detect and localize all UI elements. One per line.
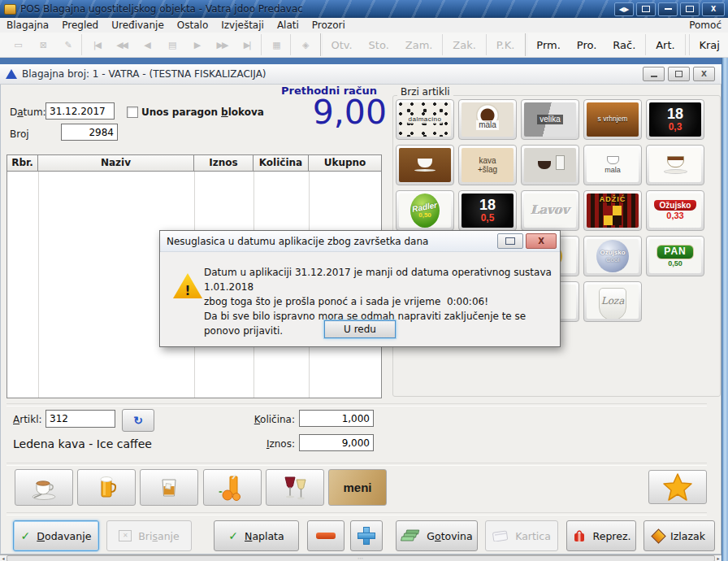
datum-label: Datum: bbox=[10, 107, 46, 118]
dodavanje-button[interactable]: ✓ Dodavanje bbox=[13, 520, 99, 551]
pos-window-controls: X bbox=[643, 67, 722, 81]
menu-item[interactable]: Alati bbox=[271, 20, 306, 31]
meni-label: meni bbox=[343, 481, 371, 494]
toolbar-button-pro[interactable]: Pro. bbox=[569, 39, 605, 51]
toolbar-button-kraj[interactable]: Kraj bbox=[691, 39, 727, 51]
quick-item-kava-slag[interactable]: kava +šlag bbox=[458, 145, 517, 185]
menu-item[interactable]: Uređivanje bbox=[105, 20, 171, 31]
toolbar-button-rac[interactable]: Rač. bbox=[604, 39, 644, 51]
toolbar-item bbox=[486, 34, 487, 55]
quick-item-kava-mala[interactable]: mala bbox=[458, 99, 517, 140]
toolbar-button-otv: Otv. bbox=[323, 39, 360, 51]
section-divider bbox=[6, 512, 707, 515]
quick-item-dalmacino[interactable]: dalmacino bbox=[396, 99, 454, 140]
toolbar-item bbox=[290, 34, 291, 55]
window-pin-icon[interactable]: ◀▶ bbox=[614, 2, 634, 16]
section-divider bbox=[6, 403, 707, 407]
quick-item-ozujsko-033[interactable]: Ožujsko 0,33 bbox=[646, 190, 704, 231]
window-menu-icon[interactable] bbox=[636, 2, 656, 16]
toolbar-button-prm[interactable]: Prm. bbox=[528, 39, 569, 51]
gift-bag-icon bbox=[572, 528, 587, 543]
datum-input[interactable] bbox=[46, 102, 115, 120]
dialog-help-button[interactable] bbox=[497, 233, 523, 249]
artikl-input[interactable] bbox=[46, 410, 115, 428]
prev-record-icon: ◀ bbox=[134, 34, 159, 55]
refresh-article-button[interactable]: ↻ bbox=[122, 409, 154, 432]
table-header-cell: Iznos bbox=[194, 155, 254, 172]
category-spirits-button[interactable] bbox=[140, 469, 198, 506]
menu-item[interactable]: Prozori bbox=[306, 20, 352, 31]
quantity-minus-button[interactable] bbox=[307, 520, 344, 551]
horizontal-scrollbar[interactable]: ◂ ⋯ ▸ bbox=[0, 554, 722, 561]
toolbar-button-zam: Zam. bbox=[397, 39, 441, 51]
brisanje-button: ✕ Brisanje bbox=[106, 520, 192, 551]
pos-restore-button[interactable] bbox=[668, 67, 690, 81]
table-header-row: Rbr.NazivIznosKoličinaUkupno bbox=[7, 155, 381, 172]
broj-input[interactable] bbox=[61, 124, 118, 141]
iznos-label: Iznos: bbox=[248, 438, 295, 450]
scroll-left-arrow-icon[interactable]: ◂ bbox=[0, 555, 6, 561]
category-coffee-button[interactable] bbox=[15, 469, 73, 506]
quick-item-radler[interactable]: Radler 0,50 bbox=[396, 190, 454, 231]
izlazak-button[interactable]: Izlazak bbox=[644, 520, 715, 551]
quick-item-kava-s-vrhnjem[interactable]: s vrhnjem bbox=[583, 99, 642, 140]
pos-window-title: Blagajna broj: 1 - VATRA - (TESTNA FISKA… bbox=[22, 68, 266, 80]
menu-bar: BlagajnaPregledUređivanjeOstaloIzvještaj… bbox=[0, 18, 728, 33]
toolbar-button-art[interactable]: Art. bbox=[648, 39, 682, 51]
quick-item-loza[interactable]: Loza bbox=[583, 281, 642, 322]
minimize-button[interactable] bbox=[658, 2, 678, 16]
fast-next-icon: ▶▶ bbox=[210, 34, 235, 55]
quick-item-lavov[interactable]: Lavov bbox=[521, 190, 579, 231]
quick-item-adzic[interactable]: ADŽIĆ bbox=[583, 190, 642, 231]
ok-button[interactable]: U redu bbox=[324, 320, 396, 338]
pos-close-button[interactable]: X bbox=[693, 67, 715, 81]
gotovina-button[interactable]: Gotovina bbox=[396, 520, 478, 551]
pos-window-icon bbox=[6, 69, 17, 79]
pos-minimize-button[interactable] bbox=[643, 67, 665, 81]
star-icon bbox=[662, 472, 693, 502]
orange-juice-icon bbox=[216, 474, 249, 502]
mdi-background bbox=[0, 58, 722, 64]
quantity-plus-button[interactable] bbox=[350, 520, 383, 551]
favorites-star-button[interactable] bbox=[648, 470, 707, 504]
kolicina-label: Količina: bbox=[248, 414, 295, 425]
toolbar-item bbox=[81, 34, 82, 55]
toolbar-item bbox=[320, 33, 321, 56]
menu-items: BlagajnaPregledUređivanjeOstaloIzvještaj… bbox=[0, 20, 352, 31]
fast-prev-icon: ◀◀ bbox=[109, 34, 134, 55]
quick-item-pan[interactable]: PAN 0,50 bbox=[646, 236, 704, 276]
close-button[interactable]: X bbox=[702, 2, 725, 16]
quick-item-ozujsko-cool[interactable]: Ožujsko Cool bbox=[583, 236, 642, 276]
toolbar-item bbox=[442, 34, 443, 55]
category-juice-button[interactable] bbox=[203, 469, 262, 506]
category-wine-button[interactable] bbox=[266, 469, 324, 506]
quick-item-kava-set[interactable] bbox=[521, 145, 579, 185]
maximize-button[interactable] bbox=[680, 2, 700, 16]
wine-glasses-icon bbox=[279, 474, 311, 502]
category-meni-button[interactable]: meni bbox=[328, 469, 387, 506]
menu-item[interactable]: Blagajna bbox=[0, 20, 55, 31]
quick-item-pivo-18-05[interactable]: 18 0,5 bbox=[458, 190, 517, 231]
scrollbar-thumb[interactable]: ⋯ bbox=[6, 555, 715, 561]
menu-item[interactable]: Pregled bbox=[55, 20, 105, 31]
kolicina-input[interactable] bbox=[299, 410, 374, 427]
quick-item-kava-velika[interactable]: velika bbox=[521, 99, 579, 140]
menu-item-help[interactable]: Pomoć bbox=[682, 20, 728, 31]
paragon-checkbox[interactable] bbox=[127, 107, 138, 118]
article-name: Ledena kava - Ice caffee bbox=[13, 437, 152, 450]
toolbar-item bbox=[689, 34, 690, 55]
iznos-input[interactable] bbox=[299, 434, 374, 451]
naplata-button[interactable]: ✓ Naplata bbox=[214, 520, 299, 551]
reprez-button[interactable]: Reprez. bbox=[566, 520, 636, 551]
scroll-right-arrow-icon[interactable]: ▸ bbox=[715, 555, 722, 561]
menu-item[interactable]: Ostalo bbox=[171, 20, 214, 31]
quick-item-kava-mala-2[interactable]: mala bbox=[583, 145, 642, 185]
menu-item[interactable]: Izvještaji bbox=[214, 20, 271, 31]
quick-item-kava-2[interactable] bbox=[396, 145, 454, 185]
quick-items-title: Brzi artikli bbox=[397, 86, 453, 98]
quick-item-kava-3[interactable] bbox=[646, 145, 704, 185]
window-right-border bbox=[722, 58, 728, 561]
quick-item-pivo-18-03[interactable]: 18 0,3 bbox=[646, 99, 704, 140]
category-beer-button[interactable] bbox=[77, 469, 136, 506]
scrollbar-grip: ⋯ bbox=[358, 557, 364, 560]
